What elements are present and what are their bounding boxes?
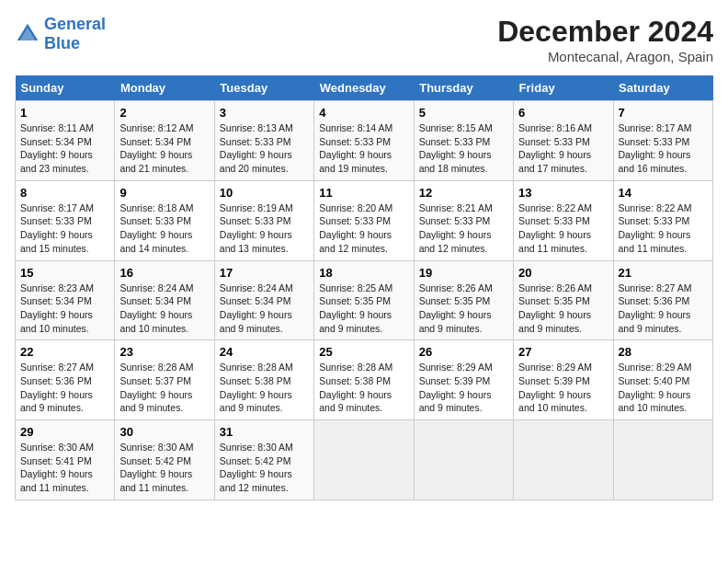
day-number: 1	[20, 106, 109, 120]
calendar-cell: 13Sunrise: 8:22 AMSunset: 5:33 PMDayligh…	[514, 180, 613, 260]
day-number: 3	[220, 106, 309, 120]
day-number: 19	[419, 266, 508, 280]
day-info: Sunrise: 8:30 AMSunset: 5:42 PMDaylight:…	[119, 441, 209, 495]
calendar-cell: 16Sunrise: 8:24 AMSunset: 5:34 PMDayligh…	[115, 260, 214, 340]
calendar-cell: 31Sunrise: 8:30 AMSunset: 5:42 PMDayligh…	[214, 420, 313, 500]
day-number: 17	[220, 266, 309, 280]
location-title: Montecanal, Aragon, Spain	[497, 49, 713, 64]
calendar-cell: 2Sunrise: 8:12 AMSunset: 5:34 PMDaylight…	[115, 101, 214, 181]
day-number: 18	[319, 266, 408, 280]
calendar-cell: 29Sunrise: 8:30 AMSunset: 5:41 PMDayligh…	[16, 420, 115, 500]
day-info: Sunrise: 8:27 AMSunset: 5:36 PMDaylight:…	[619, 282, 708, 336]
day-info: Sunrise: 8:29 AMSunset: 5:39 PMDaylight:…	[419, 361, 508, 415]
header-thursday: Thursday	[414, 75, 513, 101]
day-info: Sunrise: 8:17 AMSunset: 5:33 PMDaylight:…	[619, 121, 708, 176]
month-title: December 2024	[497, 15, 713, 49]
day-info: Sunrise: 8:15 AMSunset: 5:33 PMDaylight:…	[419, 121, 508, 176]
header-sunday: Sunday	[16, 75, 115, 101]
calendar-row-2: 8Sunrise: 8:17 AMSunset: 5:33 PMDaylight…	[16, 180, 713, 260]
title-area: December 2024 Montecanal, Aragon, Spain	[497, 15, 713, 64]
calendar-cell: 12Sunrise: 8:21 AMSunset: 5:33 PMDayligh…	[414, 180, 513, 260]
calendar-cell: 15Sunrise: 8:23 AMSunset: 5:34 PMDayligh…	[16, 260, 115, 340]
day-info: Sunrise: 8:13 AMSunset: 5:33 PMDaylight:…	[220, 121, 309, 176]
day-number: 15	[20, 266, 109, 280]
day-info: Sunrise: 8:28 AMSunset: 5:37 PMDaylight:…	[119, 361, 209, 415]
day-number: 7	[619, 106, 708, 120]
calendar-cell: 20Sunrise: 8:26 AMSunset: 5:35 PMDayligh…	[514, 260, 613, 340]
day-number: 11	[319, 186, 408, 200]
calendar-cell: 1Sunrise: 8:11 AMSunset: 5:34 PMDaylight…	[16, 101, 115, 181]
header-saturday: Saturday	[613, 75, 712, 101]
calendar-cell	[613, 420, 712, 500]
day-number: 25	[319, 345, 408, 359]
calendar-cell: 26Sunrise: 8:29 AMSunset: 5:39 PMDayligh…	[414, 340, 513, 420]
day-number: 5	[419, 106, 508, 120]
calendar-cell: 10Sunrise: 8:19 AMSunset: 5:33 PMDayligh…	[214, 180, 313, 260]
day-number: 10	[220, 186, 309, 200]
calendar-cell: 25Sunrise: 8:28 AMSunset: 5:38 PMDayligh…	[314, 340, 414, 420]
calendar-row-1: 1Sunrise: 8:11 AMSunset: 5:34 PMDaylight…	[16, 101, 713, 181]
day-info: Sunrise: 8:22 AMSunset: 5:33 PMDaylight:…	[518, 201, 608, 256]
header-wednesday: Wednesday	[314, 75, 414, 101]
calendar-cell: 23Sunrise: 8:28 AMSunset: 5:37 PMDayligh…	[115, 340, 214, 420]
calendar-cell: 30Sunrise: 8:30 AMSunset: 5:42 PMDayligh…	[115, 420, 214, 500]
calendar-cell: 6Sunrise: 8:16 AMSunset: 5:33 PMDaylight…	[514, 101, 613, 181]
day-info: Sunrise: 8:23 AMSunset: 5:34 PMDaylight:…	[20, 282, 109, 336]
calendar-cell: 24Sunrise: 8:28 AMSunset: 5:38 PMDayligh…	[214, 340, 313, 420]
calendar-cell: 28Sunrise: 8:29 AMSunset: 5:40 PMDayligh…	[613, 340, 712, 420]
calendar-cell: 22Sunrise: 8:27 AMSunset: 5:36 PMDayligh…	[16, 340, 115, 420]
day-number: 30	[119, 425, 209, 439]
day-info: Sunrise: 8:26 AMSunset: 5:35 PMDaylight:…	[518, 282, 608, 336]
day-info: Sunrise: 8:28 AMSunset: 5:38 PMDaylight:…	[220, 361, 309, 415]
day-info: Sunrise: 8:17 AMSunset: 5:33 PMDaylight:…	[20, 201, 109, 256]
calendar-cell	[514, 420, 613, 500]
calendar-cell: 14Sunrise: 8:22 AMSunset: 5:33 PMDayligh…	[613, 180, 712, 260]
day-info: Sunrise: 8:20 AMSunset: 5:33 PMDaylight:…	[319, 201, 408, 256]
day-info: Sunrise: 8:11 AMSunset: 5:34 PMDaylight:…	[20, 121, 109, 176]
day-number: 24	[220, 345, 309, 359]
day-number: 21	[619, 266, 708, 280]
day-info: Sunrise: 8:25 AMSunset: 5:35 PMDaylight:…	[319, 282, 408, 336]
day-info: Sunrise: 8:29 AMSunset: 5:39 PMDaylight:…	[518, 361, 608, 415]
day-info: Sunrise: 8:12 AMSunset: 5:34 PMDaylight:…	[119, 121, 209, 176]
header-monday: Monday	[115, 75, 214, 101]
day-info: Sunrise: 8:24 AMSunset: 5:34 PMDaylight:…	[119, 282, 209, 336]
header-tuesday: Tuesday	[214, 75, 313, 101]
day-info: Sunrise: 8:22 AMSunset: 5:33 PMDaylight:…	[619, 201, 708, 256]
day-number: 27	[518, 345, 608, 359]
calendar-table: SundayMondayTuesdayWednesdayThursdayFrid…	[15, 75, 713, 500]
day-number: 6	[518, 106, 608, 120]
calendar-cell	[414, 420, 513, 500]
page-header: General Blue December 2024 Montecanal, A…	[15, 15, 713, 64]
calendar-cell: 8Sunrise: 8:17 AMSunset: 5:33 PMDaylight…	[16, 180, 115, 260]
day-info: Sunrise: 8:19 AMSunset: 5:33 PMDaylight:…	[220, 201, 309, 256]
day-info: Sunrise: 8:30 AMSunset: 5:42 PMDaylight:…	[220, 441, 309, 495]
calendar-row-4: 22Sunrise: 8:27 AMSunset: 5:36 PMDayligh…	[16, 340, 713, 420]
calendar-cell: 17Sunrise: 8:24 AMSunset: 5:34 PMDayligh…	[214, 260, 313, 340]
logo-icon	[15, 21, 40, 47]
logo: General Blue	[15, 15, 106, 53]
calendar-cell: 4Sunrise: 8:14 AMSunset: 5:33 PMDaylight…	[314, 101, 414, 181]
day-number: 9	[119, 186, 209, 200]
day-info: Sunrise: 8:24 AMSunset: 5:34 PMDaylight:…	[220, 282, 309, 336]
day-number: 31	[220, 425, 309, 439]
logo-text-line1: General	[44, 15, 106, 34]
day-info: Sunrise: 8:16 AMSunset: 5:33 PMDaylight:…	[518, 121, 608, 176]
day-number: 26	[419, 345, 508, 359]
day-info: Sunrise: 8:26 AMSunset: 5:35 PMDaylight:…	[419, 282, 508, 336]
day-number: 29	[20, 425, 109, 439]
day-info: Sunrise: 8:21 AMSunset: 5:33 PMDaylight:…	[419, 201, 508, 256]
logo-text-line2: Blue	[44, 34, 106, 53]
day-number: 8	[20, 186, 109, 200]
day-number: 13	[518, 186, 608, 200]
calendar-row-5: 29Sunrise: 8:30 AMSunset: 5:41 PMDayligh…	[16, 420, 713, 500]
day-info: Sunrise: 8:14 AMSunset: 5:33 PMDaylight:…	[319, 121, 408, 176]
calendar-cell: 3Sunrise: 8:13 AMSunset: 5:33 PMDaylight…	[214, 101, 313, 181]
day-info: Sunrise: 8:30 AMSunset: 5:41 PMDaylight:…	[20, 441, 109, 495]
day-number: 4	[319, 106, 408, 120]
day-info: Sunrise: 8:28 AMSunset: 5:38 PMDaylight:…	[319, 361, 408, 415]
day-number: 14	[619, 186, 708, 200]
calendar-cell: 27Sunrise: 8:29 AMSunset: 5:39 PMDayligh…	[514, 340, 613, 420]
day-info: Sunrise: 8:18 AMSunset: 5:33 PMDaylight:…	[119, 201, 209, 256]
day-info: Sunrise: 8:29 AMSunset: 5:40 PMDaylight:…	[619, 361, 708, 415]
